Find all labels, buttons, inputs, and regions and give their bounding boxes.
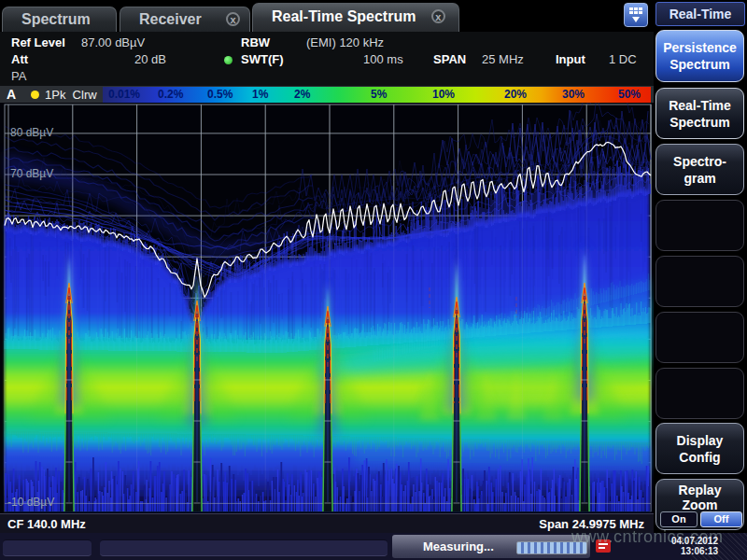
svg-text:80 dBµV: 80 dBµV <box>10 126 53 139</box>
svg-text:70 dBµV: 70 dBµV <box>10 167 53 180</box>
svg-text:-10 dBµV: -10 dBµV <box>7 496 54 509</box>
